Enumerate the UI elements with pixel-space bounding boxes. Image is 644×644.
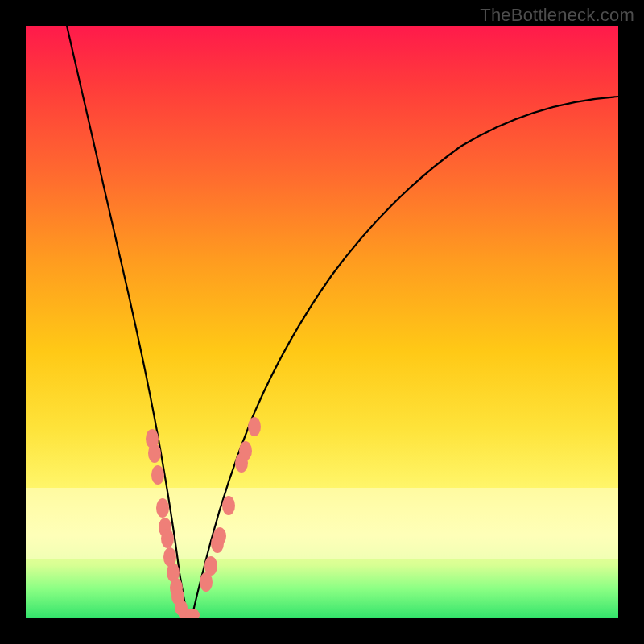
curves-layer bbox=[26, 26, 618, 618]
highlight-dot bbox=[248, 417, 261, 436]
plot-area bbox=[26, 26, 618, 618]
watermark-text: TheBottleneck.com bbox=[480, 5, 634, 26]
right-curve-line bbox=[192, 97, 618, 618]
highlight-dot bbox=[151, 465, 164, 485]
chart-frame: TheBottleneck.com bbox=[0, 0, 644, 644]
highlight-dot bbox=[213, 527, 226, 545]
highlight-dot bbox=[156, 498, 169, 518]
highlight-dots-group bbox=[146, 417, 261, 618]
highlight-dot bbox=[148, 444, 161, 463]
highlight-dot bbox=[204, 556, 217, 576]
highlight-dot bbox=[161, 529, 174, 548]
highlight-dot bbox=[239, 441, 252, 460]
highlight-dot bbox=[222, 496, 235, 515]
